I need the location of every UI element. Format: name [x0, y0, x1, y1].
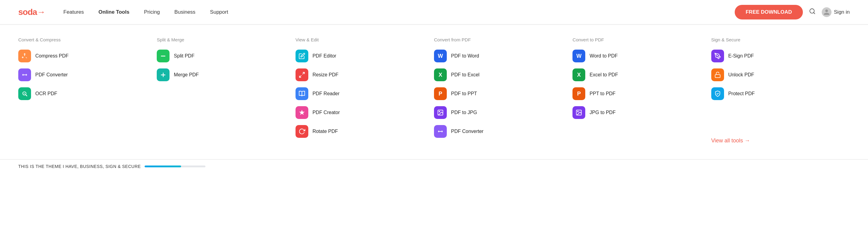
nav-online-tools[interactable]: Online Tools — [98, 9, 129, 15]
pdf-converter-1-label: PDF Converter — [35, 72, 68, 78]
pdf-editor-icon — [296, 50, 308, 62]
rotate-pdf-icon — [296, 125, 308, 138]
pdf-to-word-icon: W — [434, 50, 447, 62]
tool-pdf-to-word[interactable]: W PDF to Word — [434, 50, 566, 62]
sign-in-area[interactable]: Sign in — [822, 7, 850, 17]
view-all-area: View all tools → — [711, 135, 844, 144]
pdf-converter-2-label: PDF Converter — [451, 129, 484, 134]
protect-pdf-label: Protect PDF — [728, 91, 755, 96]
compress-pdf-label: Compress PDF — [35, 53, 68, 59]
tool-protect-pdf[interactable]: Protect PDF — [711, 87, 844, 100]
svg-text:A: A — [24, 92, 25, 95]
tool-pdf-reader[interactable]: PDF Reader — [296, 87, 428, 100]
tool-pdf-converter-2[interactable]: PDF Converter — [434, 125, 566, 138]
nav-right: FREE DOWNLOAD Sign in — [735, 5, 850, 20]
pdf-to-word-label: PDF to Word — [451, 53, 479, 59]
tool-unlock-pdf[interactable]: Unlock PDF — [711, 68, 844, 81]
tool-jpg-to-pdf[interactable]: JPG to PDF — [572, 106, 705, 119]
pdf-to-excel-icon: X — [434, 68, 447, 81]
col-convert-compress-title: Convert & Compress — [18, 37, 151, 42]
nav-business[interactable]: Business — [175, 9, 195, 15]
pdf-reader-icon — [296, 87, 308, 100]
pdf-editor-label: PDF Editor — [313, 53, 336, 59]
tool-merge-pdf[interactable]: Merge PDF — [157, 68, 289, 81]
nav-pricing[interactable]: Pricing — [144, 9, 160, 15]
tool-esign-pdf[interactable]: E-Sign PDF — [711, 50, 844, 62]
svg-rect-6 — [161, 74, 165, 75]
svg-rect-4 — [161, 56, 165, 56]
unlock-pdf-label: Unlock PDF — [728, 72, 754, 78]
navbar: soda→ Features Online Tools Pricing Busi… — [0, 0, 868, 24]
tool-pdf-to-excel[interactable]: X PDF to Excel — [434, 68, 566, 81]
tool-pdf-to-ppt[interactable]: P PDF to PPT — [434, 87, 566, 100]
tool-pdf-creator[interactable]: PDF Creator — [296, 106, 428, 119]
svg-line-8 — [299, 75, 301, 77]
tool-ppt-to-pdf[interactable]: P PPT to PDF — [572, 87, 705, 100]
tool-pdf-editor[interactable]: PDF Editor — [296, 50, 428, 62]
pdf-creator-label: PDF Creator — [313, 110, 340, 115]
sign-in-label: Sign in — [834, 9, 850, 15]
col-convert-compress: Convert & Compress Compress PDF PDF Conv… — [18, 37, 157, 144]
bottom-progress-bar — [145, 165, 206, 167]
svg-point-12 — [578, 111, 579, 112]
tool-pdf-to-jpg[interactable]: PDF to JPG — [434, 106, 566, 119]
protect-pdf-icon — [711, 87, 724, 100]
col-convert-to-pdf-title: Convert to PDF — [572, 37, 705, 42]
word-to-pdf-icon: W — [572, 50, 585, 62]
tool-ocr-pdf[interactable]: A OCR PDF — [18, 87, 151, 100]
ocr-pdf-label: OCR PDF — [35, 91, 57, 96]
ocr-pdf-icon: A — [18, 87, 31, 100]
tool-excel-to-pdf[interactable]: X Excel to PDF — [572, 68, 705, 81]
nav-support[interactable]: Support — [210, 9, 228, 15]
col-convert-from-pdf-title: Convert from PDF — [434, 37, 566, 42]
pdf-creator-icon — [296, 106, 308, 119]
col-convert-to-pdf: Convert to PDF W Word to PDF X Excel to … — [572, 37, 711, 144]
tool-resize-pdf[interactable]: Resize PDF — [296, 68, 428, 81]
nav-features[interactable]: Features — [63, 9, 84, 15]
resize-pdf-icon — [296, 68, 308, 81]
pdf-converter-2-icon — [434, 125, 447, 138]
free-download-button[interactable]: FREE DOWNLOAD — [735, 5, 803, 20]
ppt-to-pdf-label: PPT to PDF — [590, 91, 615, 96]
nav-links: Features Online Tools Pricing Business S… — [63, 9, 735, 15]
pdf-converter-1-icon — [18, 68, 31, 81]
svg-point-13 — [717, 55, 718, 56]
bottom-bar-text: THIS IS THE THEME I HAVE, BUSINESS, SIGN… — [18, 164, 141, 169]
col-view-edit: View & Edit PDF Editor Resize PDF PDF Re… — [296, 37, 434, 144]
pdf-to-excel-label: PDF to Excel — [451, 72, 479, 78]
svg-line-7 — [302, 72, 304, 74]
split-pdf-icon — [157, 50, 169, 62]
jpg-to-pdf-label: JPG to PDF — [590, 110, 615, 115]
col-split-merge: Split & Merge Split PDF Merge PDF — [157, 37, 295, 144]
pdf-reader-label: PDF Reader — [313, 91, 340, 96]
avatar — [822, 7, 832, 17]
search-icon[interactable] — [809, 8, 816, 16]
pdf-to-ppt-icon: P — [434, 87, 447, 100]
pdf-to-ppt-label: PDF to PPT — [451, 91, 477, 96]
pdf-to-jpg-icon — [434, 106, 447, 119]
logo[interactable]: soda→ — [18, 7, 45, 17]
col-split-merge-title: Split & Merge — [157, 37, 289, 42]
col-convert-from-pdf: Convert from PDF W PDF to Word X PDF to … — [434, 37, 572, 144]
col-view-edit-title: View & Edit — [296, 37, 428, 42]
tool-rotate-pdf[interactable]: Rotate PDF — [296, 125, 428, 138]
dropdown-panel: Convert & Compress Compress PDF PDF Conv… — [0, 24, 868, 159]
merge-pdf-icon — [157, 68, 169, 81]
unlock-pdf-icon — [711, 68, 724, 81]
svg-rect-14 — [715, 74, 720, 78]
tool-split-pdf[interactable]: Split PDF — [157, 50, 289, 62]
col-sign-secure: Sign & Secure E-Sign PDF Unlock PDF Prot… — [711, 37, 850, 144]
view-all-tools-link[interactable]: View all tools → — [711, 138, 844, 144]
tool-word-to-pdf[interactable]: W Word to PDF — [572, 50, 705, 62]
bottom-progress-fill — [145, 165, 181, 167]
split-pdf-label: Split PDF — [174, 53, 194, 59]
bottom-bar: THIS IS THE THEME I HAVE, BUSINESS, SIGN… — [0, 159, 868, 173]
excel-to-pdf-label: Excel to PDF — [590, 72, 618, 78]
tool-pdf-converter-1[interactable]: PDF Converter — [18, 68, 151, 81]
tool-compress-pdf[interactable]: Compress PDF — [18, 50, 151, 62]
jpg-to-pdf-icon — [572, 106, 585, 119]
excel-to-pdf-icon: X — [572, 68, 585, 81]
esign-pdf-icon — [711, 50, 724, 62]
word-to-pdf-label: Word to PDF — [590, 53, 618, 59]
esign-pdf-label: E-Sign PDF — [728, 53, 754, 59]
